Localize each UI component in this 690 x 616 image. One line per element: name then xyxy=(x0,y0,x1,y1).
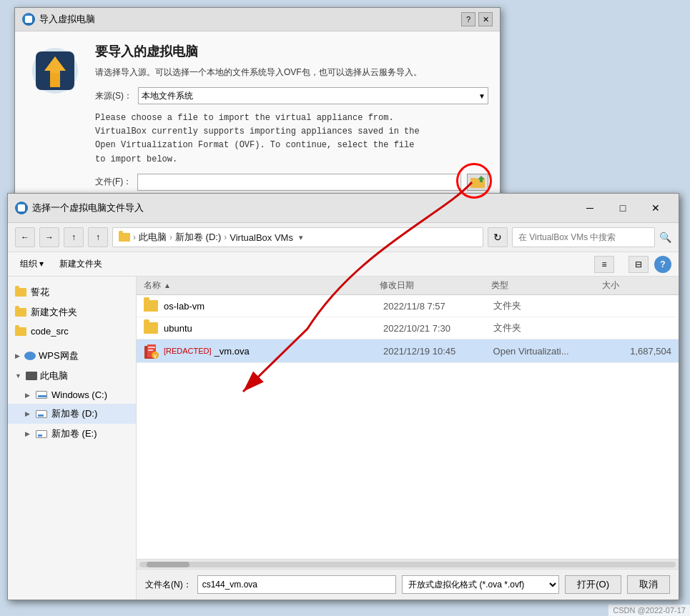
sidebar-label: code_src xyxy=(31,326,69,337)
dialog-right: 要导入的虚拟电脑 请选择导入源。可以选择一个本地的文件系统导入OVF包，也可以选… xyxy=(95,43,488,191)
sort-arrow: ▲ xyxy=(164,282,171,289)
dialog-content: 要导入的虚拟电脑 请选择导入源。可以选择一个本地的文件系统导入OVF包，也可以选… xyxy=(15,31,500,202)
file-type: 文件夹 xyxy=(493,299,603,312)
filetype-wrapper: 开放式虚拟化格式 (*.ova *.ovf) xyxy=(402,575,559,594)
breadcrumb-d-drive[interactable]: 新加卷 (D:) xyxy=(175,231,221,244)
browse-icon xyxy=(470,175,486,189)
filetype-select[interactable]: 开放式虚拟化格式 (*.ova *.ovf) xyxy=(402,575,559,594)
file-row[interactable]: os-lab-vm 2022/11/8 7:57 文件夹 xyxy=(137,295,679,317)
cancel-button[interactable]: 取消 xyxy=(627,575,670,594)
file-browser-dialog: 选择一个虚拟电脑文件导入 ─ □ ✕ ← → ↑ ↑ › 此电脑 › 新加卷 (… xyxy=(7,193,679,600)
refresh-btn[interactable]: ↻ xyxy=(488,227,508,247)
svg-text:V: V xyxy=(154,354,157,359)
breadcrumb-vbox-vms[interactable]: VirtualBox VMs xyxy=(230,232,293,243)
fb-search-input[interactable] xyxy=(512,227,655,247)
titlebar-left: 导入虚拟电脑 xyxy=(22,13,95,26)
file-type: Open Virtualizati... xyxy=(493,346,603,357)
breadcrumb-this-pc[interactable]: 此电脑 xyxy=(139,231,167,244)
breadcrumb-sep2: › xyxy=(169,232,172,242)
expand-icon: ▶ xyxy=(25,410,30,417)
svg-rect-10 xyxy=(148,349,153,351)
breadcrumb-folder-icon xyxy=(119,233,130,242)
file-input-row: 文件(F)： xyxy=(95,174,488,191)
folder-icon xyxy=(15,327,26,336)
col-size[interactable]: 大小 xyxy=(602,279,671,292)
import-dialog: 导入虚拟电脑 ? ✕ 要导入的虚拟电脑 请选择导入源。可以选择一个本地的文件系统… xyxy=(14,7,501,203)
fb-vbox-inner xyxy=(18,204,25,212)
view-panel-btn[interactable]: ⊟ xyxy=(629,256,649,273)
close-dialog-button[interactable]: ✕ xyxy=(478,12,493,26)
sidebar-label: WPS网盘 xyxy=(39,349,79,362)
file-list: os-lab-vm 2022/11/8 7:57 文件夹 ubuntu 2022… xyxy=(137,295,679,559)
breadcrumb-sep3: › xyxy=(224,232,227,242)
csdn-watermark: CSDN @2022-07-17 xyxy=(608,605,690,616)
fb-bottom-bar: 文件名(N)： 开放式虚拟化格式 (*.ova *.ovf) 打开(O) 取消 xyxy=(137,569,679,600)
svg-rect-5 xyxy=(470,178,476,181)
col-type[interactable]: 类型 xyxy=(491,279,602,292)
col-date[interactable]: 修改日期 xyxy=(380,279,491,292)
sidebar-item-newfolder[interactable]: 新建文件夹 xyxy=(8,302,136,322)
file-row-ova[interactable]: V [REDACTED] _vm.ova 2021/12/19 10:45 Op… xyxy=(137,339,679,363)
file-row[interactable]: ubuntu 2022/10/21 7:30 文件夹 xyxy=(137,317,679,339)
fb-breadcrumb[interactable]: › 此电脑 › 新加卷 (D:) › VirtualBox VMs ▾ xyxy=(112,227,483,247)
sidebar-item-d-drive[interactable]: ▶ 新加卷 (D:) xyxy=(8,404,136,424)
expand-icon: ▼ xyxy=(15,372,21,379)
fb-help-btn[interactable]: ? xyxy=(654,256,671,273)
fb-close-btn[interactable]: ✕ xyxy=(640,198,671,218)
folder-icon xyxy=(15,308,26,317)
sidebar-label: 此电脑 xyxy=(40,369,68,382)
fb-nav-toolbar: ← → ↑ ↑ › 此电脑 › 新加卷 (D:) › VirtualBox VM… xyxy=(8,223,679,252)
pc-icon xyxy=(26,372,37,380)
dialog-description: 请选择导入源。可以选择一个本地的文件系统导入OVF包，也可以选择从云服务导入。 xyxy=(95,66,488,79)
sidebar-item-wps[interactable]: ▶ WPS网盘 xyxy=(8,346,136,366)
open-button[interactable]: 打开(O) xyxy=(565,575,621,594)
sidebar-item-e-drive[interactable]: ▶ 新加卷 (E:) xyxy=(8,424,136,444)
fb-body: 誓花 新建文件夹 code_src ▶ WPS网盘 ▼ 此电脑 xyxy=(8,277,679,600)
file-list-header: 名称▲ 修改日期 类型 大小 xyxy=(137,277,679,295)
horizontal-scrollbar[interactable] xyxy=(137,559,679,569)
search-icon: 🔍 xyxy=(659,232,671,243)
help-button[interactable]: ? xyxy=(461,12,475,26)
dialog-left-icon xyxy=(26,43,84,191)
nav-back-btn[interactable]: ← xyxy=(15,227,35,247)
virtualbox-icon xyxy=(22,13,35,26)
sidebar-item-c-drive[interactable]: ▶ Windows (C:) xyxy=(8,386,136,404)
fb-maximize-btn[interactable]: □ xyxy=(607,198,639,218)
file-date: 2022/11/8 7:57 xyxy=(383,301,493,312)
view-list-btn[interactable]: ≡ xyxy=(594,256,614,273)
browse-button[interactable] xyxy=(467,174,488,191)
drive-icon xyxy=(36,410,47,418)
expand-icon: ▶ xyxy=(15,352,20,359)
sidebar-label: 新加卷 (E:) xyxy=(51,427,97,440)
fb-minimize-btn[interactable]: ─ xyxy=(574,198,606,218)
dialog-main-title: 要导入的虚拟电脑 xyxy=(95,43,488,60)
sidebar-label: 誓花 xyxy=(31,286,49,299)
nav-up-btn[interactable]: ↑ xyxy=(88,227,108,247)
file-date: 2022/10/21 7:30 xyxy=(383,323,493,334)
col-name[interactable]: 名称▲ xyxy=(144,279,380,292)
sidebar-label: Windows (C:) xyxy=(51,389,107,400)
fb-sidebar: 誓花 新建文件夹 code_src ▶ WPS网盘 ▼ 此电脑 xyxy=(8,277,137,600)
new-folder-btn[interactable]: 新建文件夹 xyxy=(54,255,107,273)
ova-file-icon: V xyxy=(144,344,159,359)
organize-btn[interactable]: 组织 ▾ xyxy=(15,255,49,273)
breadcrumb-dropdown-icon[interactable]: ▾ xyxy=(299,233,303,242)
drive-icon xyxy=(36,430,47,438)
sidebar-item-shihuo[interactable]: 誓花 xyxy=(8,282,136,302)
nav-up-small-btn[interactable]: ↑ xyxy=(64,227,84,247)
nav-forward-btn[interactable]: → xyxy=(39,227,59,247)
scrollbar-thumb xyxy=(147,562,189,567)
sidebar-item-codesrc[interactable]: code_src xyxy=(8,322,136,340)
sidebar-item-thispc[interactable]: ▼ 此电脑 xyxy=(8,366,136,386)
scrollbar-track xyxy=(139,562,676,567)
import-dialog-titlebar: 导入虚拟电脑 ? ✕ xyxy=(15,8,500,31)
fb-title-left: 选择一个虚拟电脑文件导入 xyxy=(15,202,144,214)
filename-input[interactable] xyxy=(197,575,397,594)
source-select-wrapper: 本地文件系统 ▼ xyxy=(138,87,488,104)
folder-icon xyxy=(15,288,26,297)
file-path-input[interactable] xyxy=(137,174,461,191)
fb-titlebar-controls: ─ □ ✕ xyxy=(574,198,671,218)
filename-label: 文件名(N)： xyxy=(145,579,192,591)
folder-icon xyxy=(144,300,158,312)
source-select[interactable]: 本地文件系统 xyxy=(138,87,488,104)
